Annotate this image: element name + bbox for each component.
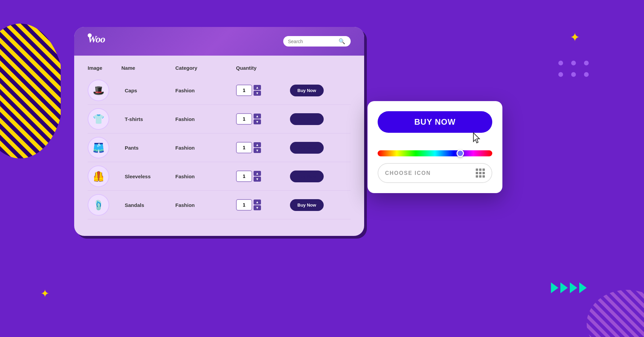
pants-category: Fashion	[175, 145, 236, 151]
table-header-row: Image Name Category Quantity	[88, 62, 351, 76]
tablet-window: Woo 🔍 Image Name Category Quantity 🎩 Cap…	[74, 27, 364, 236]
sandals-image: 🩴	[88, 194, 109, 216]
product-image-sandals: 🩴	[88, 194, 121, 216]
color-slider-thumb[interactable]	[457, 150, 464, 157]
sandals-qty-input[interactable]	[236, 199, 252, 211]
color-slider-container[interactable]	[378, 150, 492, 156]
caps-category: Fashion	[175, 88, 236, 93]
table-row: 🦺 Sleeveless Fashion ▲ ▼ Buy Now	[88, 162, 351, 191]
buy-now-label: BUY NOW	[414, 117, 456, 126]
choose-icon-label: CHOOSE ICON	[385, 170, 431, 176]
tshirts-image: 👕	[88, 108, 109, 130]
table-row: 🩳 Pants Fashion ▲ ▼ Buy Now	[88, 133, 351, 162]
col-action	[290, 65, 341, 71]
sleeveless-qty-up[interactable]: ▲	[254, 171, 261, 176]
caps-buy-now-button[interactable]: Buy Now	[290, 85, 324, 96]
pants-quantity-control[interactable]: ▲ ▼	[236, 142, 290, 153]
woo-logo: Woo	[88, 33, 92, 49]
sleeveless-buy-btn-cell[interactable]: Buy Now	[290, 171, 341, 182]
pants-name: Pants	[121, 145, 175, 151]
sandals-qty-down[interactable]: ▼	[254, 205, 261, 210]
svg-point-5	[587, 290, 644, 337]
product-table: Image Name Category Quantity 🎩 Caps Fash…	[74, 56, 364, 226]
pants-qty-down[interactable]: ▼	[254, 148, 261, 153]
svg-point-2	[0, 24, 61, 158]
product-image-caps: 🎩	[88, 80, 121, 101]
table-row: 🎩 Caps Fashion ▲ ▼ Buy Now	[88, 76, 351, 105]
pants-image: 🩳	[88, 137, 109, 158]
col-name: Name	[121, 65, 175, 71]
sandals-name: Sandals	[121, 202, 175, 208]
buy-now-large-button[interactable]: BUY NOW	[378, 111, 492, 133]
pants-qty-input[interactable]	[236, 142, 252, 153]
product-image-sleeveless: 🦺	[88, 165, 121, 187]
table-row: 🩴 Sandals Fashion ▲ ▼ Buy Now	[88, 191, 351, 219]
col-category: Category	[175, 65, 236, 71]
table-row: 👕 T-shirts Fashion ▲ ▼ Buy Now	[88, 105, 351, 133]
tshirts-buy-now-button[interactable]: Buy Now	[290, 113, 324, 125]
tshirts-qty-up[interactable]: ▲	[254, 114, 261, 119]
product-image-pants: 🩳	[88, 137, 121, 158]
search-icon[interactable]: 🔍	[339, 38, 345, 44]
star-decoration-top-right: ✦	[570, 30, 580, 44]
pants-qty-up[interactable]: ▲	[254, 142, 261, 147]
choose-icon-button[interactable]: CHOOSE ICON	[378, 163, 492, 183]
pants-qty-arrows[interactable]: ▲ ▼	[254, 142, 261, 153]
dots-decoration	[558, 61, 590, 77]
sandals-qty-arrows[interactable]: ▲ ▼	[254, 200, 261, 210]
tshirts-category: Fashion	[175, 116, 236, 122]
tshirts-qty-arrows[interactable]: ▲ ▼	[254, 114, 261, 124]
caps-quantity-control[interactable]: ▲ ▼	[236, 85, 290, 96]
tshirts-quantity-control[interactable]: ▲ ▼	[236, 113, 290, 125]
caps-name: Caps	[121, 88, 175, 93]
caps-qty-up[interactable]: ▲	[254, 85, 261, 90]
caps-qty-input[interactable]	[236, 85, 252, 96]
sandals-quantity-control[interactable]: ▲ ▼	[236, 199, 290, 211]
cursor-icon	[472, 132, 482, 147]
sleeveless-image: 🦺	[88, 165, 109, 187]
color-slider-track[interactable]	[378, 150, 492, 156]
sleeveless-qty-down[interactable]: ▼	[254, 177, 261, 182]
product-image-tshirts: 👕	[88, 108, 121, 130]
pants-buy-now-button[interactable]: Buy Now	[290, 142, 324, 154]
tshirts-buy-btn-cell[interactable]: Buy Now	[290, 113, 341, 125]
sleeveless-qty-arrows[interactable]: ▲ ▼	[254, 171, 261, 182]
sleeveless-quantity-control[interactable]: ▲ ▼	[236, 171, 290, 182]
col-quantity: Quantity	[236, 65, 290, 71]
search-bar[interactable]: 🔍	[283, 36, 351, 47]
sandals-buy-now-button[interactable]: Buy Now	[290, 199, 324, 211]
caps-qty-arrows[interactable]: ▲ ▼	[254, 85, 261, 96]
tshirts-qty-input[interactable]	[236, 113, 252, 125]
sleeveless-category: Fashion	[175, 174, 236, 179]
caps-image: 🎩	[88, 80, 109, 101]
grid-icon	[476, 168, 485, 178]
col-image: Image	[88, 65, 121, 71]
woo-header: Woo 🔍	[74, 27, 364, 56]
sleeveless-name: Sleeveless	[121, 174, 175, 179]
popup-card: BUY NOW CHOOSE ICON	[368, 101, 502, 193]
pants-buy-btn-cell[interactable]: Buy Now	[290, 142, 341, 154]
tshirts-name: T-shirts	[121, 116, 175, 122]
sandals-buy-btn-cell[interactable]: Buy Now	[290, 199, 341, 211]
caps-qty-down[interactable]: ▼	[254, 91, 261, 96]
sandals-category: Fashion	[175, 202, 236, 208]
tshirts-qty-down[interactable]: ▼	[254, 119, 261, 124]
arrows-decoration	[551, 282, 587, 293]
sleeveless-buy-now-button[interactable]: Buy Now	[290, 171, 324, 182]
sandals-qty-up[interactable]: ▲	[254, 200, 261, 205]
caps-buy-btn-cell[interactable]: Buy Now	[290, 85, 341, 96]
star-decoration-bottom-left: ✦	[40, 287, 50, 300]
search-input[interactable]	[288, 39, 339, 44]
sleeveless-qty-input[interactable]	[236, 171, 252, 182]
